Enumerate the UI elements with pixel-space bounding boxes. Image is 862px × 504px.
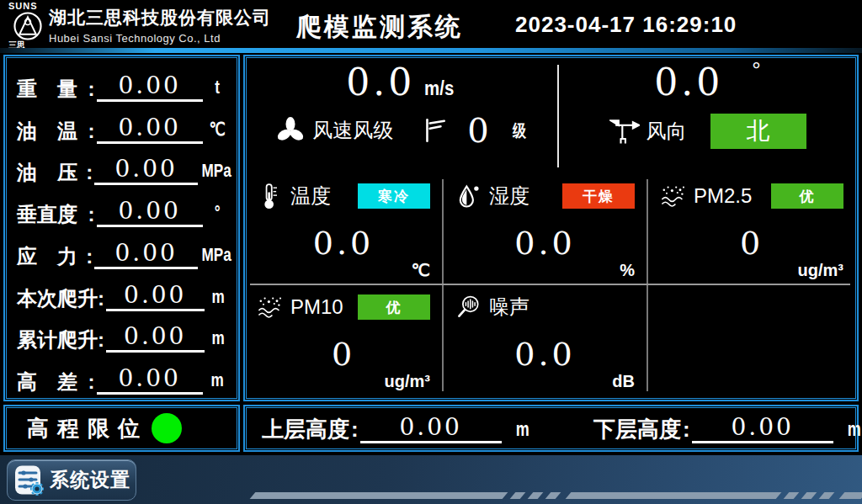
noise-magnifier-icon [455,294,482,321]
dust-icon [660,183,687,210]
wind-level-unit: 级 [513,119,526,142]
wind-direction-unit: ° [752,61,760,78]
metric-value: 0.00 [97,365,203,395]
metrics-panel: 重 量: 0.00 t 油 温: 0.00 ℃ 油 压: 0.00 MPa 垂直… [3,55,240,401]
metric-value: 0.00 [97,198,203,227]
wind-direction-section: 0.0 ° 风向 北 [558,56,857,174]
metric-row-height-diff: 高 差: 0.00 m [12,354,231,395]
company-name-cn: 湖北三思科技股份有限公司 [49,6,268,29]
metric-unit: m [205,366,228,395]
wind-section-divider [557,65,559,167]
footer-decoration [253,492,862,499]
metric-label: 高 差 [12,369,88,395]
metric-value: 0.00 [106,282,205,311]
pm25-cell: PM2.5 优 0 ug/m³ [648,174,855,284]
cell-value: 0.0 [444,210,646,284]
temperature-cell: 温度 寒冷 0.0 ℃ [245,174,442,284]
system-settings-label: 系统设置 [50,467,130,493]
logo-text-suns: SUNS [8,2,38,11]
datetime-display: 2023-04-17 16:29:10 [515,12,737,38]
cell-label: PM10 [290,295,343,319]
metric-label: 垂直度 [12,202,88,227]
layer-heights-panel: 上层高度: 0.00 m 下层高度: 0.00 m [243,405,859,452]
cell-unit: ℃ [412,260,430,280]
metric-value: 0.00 [97,114,203,144]
metric-unit: t [205,73,228,102]
environment-panel: 0.0 m/s 风速风级 [243,55,859,401]
thermometer-icon [257,183,284,210]
header-bar: SUNS 三思 湖北三思科技股份有限公司 Hubei Sansi Technol… [0,0,862,48]
upper-height-value: 0.00 [360,414,502,443]
lower-height-unit: m [847,415,860,443]
footer-bar: 系统设置 [0,455,862,504]
cell-unit: ug/m³ [798,261,843,280]
cell-label: 湿度 [489,183,529,210]
fan-icon [275,115,306,146]
metric-row-weight: 重 量: 0.00 t [12,61,231,102]
metric-row-verticality: 垂直度: 0.00 ° [12,187,231,227]
wind-direction-value: 0.0 [654,61,723,103]
climate-grid: 温度 寒冷 0.0 ℃ 湿度 干燥 0.0 % [245,174,857,396]
status-badge: 干燥 [562,183,635,209]
status-circle [152,413,182,443]
metric-unit: m [207,324,228,353]
metric-value: 0.00 [97,72,203,102]
metric-unit: MPa [201,241,227,269]
metric-row-total-climb: 累计爬升: 0.00 m [12,312,231,353]
metric-row-oil-temp: 油 温: 0.00 ℃ [12,103,231,144]
cell-label: PM2.5 [694,184,752,208]
humidity-cell: 湿度 干燥 0.0 % [444,174,646,284]
pm10-cell: PM10 优 0 ug/m³ [245,285,442,395]
system-settings-button[interactable]: 系统设置 [7,459,136,501]
droplet-icon [455,183,482,210]
sansi-logo-icon [13,11,43,41]
metric-label: 累计爬升 [12,327,98,353]
header-divider [0,48,862,53]
dust-icon [257,294,284,321]
company-name-en: Hubei Sansi Technology Co., Ltd [49,32,268,45]
metric-label: 油 温 [12,119,88,144]
empty-cell [648,285,855,395]
lower-height-label: 下层高度 [593,415,681,443]
metric-unit: MPa [201,157,227,185]
metric-unit: ° [205,199,228,227]
elevation-limit-panel: 高程限位 [3,405,240,452]
metric-label: 本次爬升 [12,286,98,311]
upper-height-unit: m [515,415,529,443]
metric-row-stress: 应 力: 0.00 MPa [12,229,231,269]
wind-level-value: 0 [467,114,488,147]
upper-height-label: 上层高度 [262,415,349,443]
metric-label: 油 压 [12,160,86,185]
cell-unit: dB [612,372,635,391]
cell-unit: % [620,261,635,280]
page-title: 爬模监测系统 [296,10,463,45]
cell-unit: ug/m³ [385,372,430,391]
gear-icon [30,482,44,496]
metric-value: 0.00 [94,240,198,269]
metric-row-oil-pressure: 油 压: 0.00 MPa [12,145,231,185]
wind-speed-value: 0.0 [346,61,415,103]
wind-direction-badge: 北 [710,114,806,149]
metric-value: 0.00 [106,323,205,353]
status-badge: 优 [771,183,843,209]
wind-direction-label: 风向 [646,118,687,145]
metric-label: 应 力 [12,244,86,269]
wind-speed-unit: m/s [424,77,454,100]
wind-vane-icon [609,116,640,146]
cell-label: 噪声 [489,294,529,321]
elevation-limit-label: 高程限位 [27,414,148,443]
lower-height-value: 0.00 [692,414,833,443]
wind-flag-icon [422,117,447,144]
metric-unit: ℃ [205,115,228,144]
metric-unit: m [207,283,228,311]
wind-speed-label: 风速风级 [312,117,393,144]
metric-value: 0.00 [94,156,198,185]
upper-height-group: 上层高度: 0.00 m [262,414,531,443]
sliders-gear-icon [13,464,45,496]
cell-label: 温度 [290,183,331,210]
lower-height-group: 下层高度: 0.00 m [593,414,862,443]
metric-label: 重 量 [12,77,88,102]
status-badge: 寒冷 [358,183,430,209]
wind-speed-section: 0.0 m/s 风速风级 [245,56,558,174]
status-badge: 优 [358,294,430,320]
